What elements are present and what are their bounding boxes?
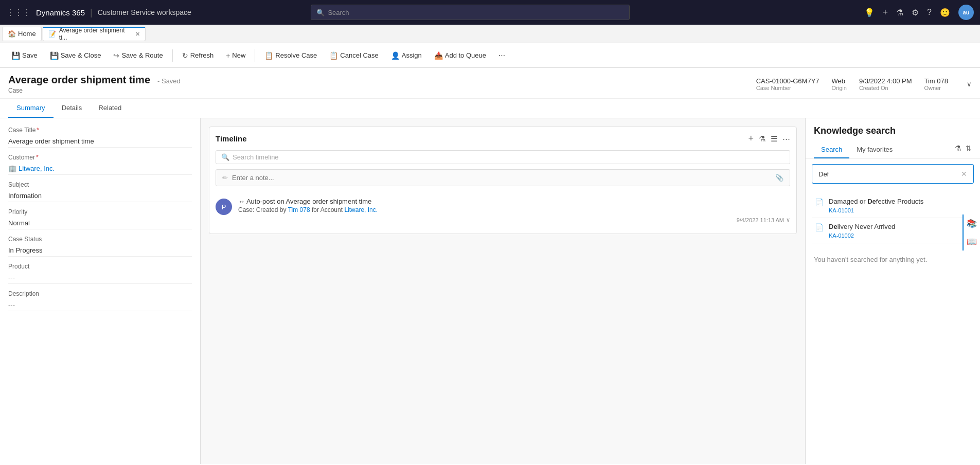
- global-search-bar[interactable]: 🔍: [311, 5, 630, 20]
- case-status-value[interactable]: In Progress: [8, 244, 192, 257]
- timeline-entry-title: ↔ Auto-post on Average order shipment ti…: [238, 198, 790, 205]
- knowledge-item-2-content: Delivery Never Arrived KA-01002: [829, 222, 971, 239]
- origin-meta: Web Origin: [832, 77, 847, 91]
- case-number-value: CAS-01000-G6M7Y7: [756, 77, 819, 85]
- customer-value[interactable]: 🏢 Litware, Inc.: [8, 163, 192, 175]
- knowledge-item-1[interactable]: 📄 Damaged or Defective Products KA-01001: [812, 193, 974, 218]
- knowledge-search-input-area[interactable]: ✕: [812, 164, 974, 184]
- owner-label: Owner: [924, 85, 948, 91]
- case-header: Average order shipment time - Saved Case…: [0, 68, 980, 99]
- tab-details[interactable]: Details: [54, 99, 91, 118]
- note-input-area[interactable]: ✏ 📎: [216, 169, 790, 186]
- save-route-button[interactable]: ↪ Save & Route: [108, 47, 168, 64]
- auto-post-label: Auto-post on Average order shipment time: [246, 198, 371, 205]
- paperclip-icon[interactable]: 📎: [775, 174, 783, 182]
- top-navigation: ⋮⋮⋮ Dynamics 365 | Customer Service work…: [0, 0, 980, 25]
- tab-my-favorites[interactable]: My favorites: [849, 141, 900, 158]
- filter-icon[interactable]: ⚗: [896, 8, 903, 17]
- timeline-search[interactable]: 🔍: [216, 150, 790, 164]
- home-tab[interactable]: 🏠 Home: [2, 27, 42, 41]
- subject-value[interactable]: Information: [8, 190, 192, 202]
- tab-label: Average order shipment ti...: [59, 27, 132, 41]
- expand-icon[interactable]: ∨: [967, 80, 972, 88]
- customer-label: Customer: [8, 154, 192, 161]
- new-button[interactable]: + New: [221, 47, 251, 64]
- help-icon[interactable]: ?: [927, 8, 932, 17]
- side-knowledge-icon[interactable]: 📚: [967, 219, 977, 228]
- priority-field: Priority Normal: [8, 208, 192, 229]
- case-title-value[interactable]: Average order shipment time: [8, 135, 192, 148]
- origin-label: Origin: [832, 85, 847, 91]
- active-case-tab[interactable]: 📝 Average order shipment ti... ✕: [43, 27, 146, 41]
- auto-post-prefix: ↔: [238, 198, 246, 205]
- product-value[interactable]: ---: [8, 272, 192, 284]
- doc-icon-1: 📄: [815, 198, 824, 213]
- lightbulb-icon[interactable]: 💡: [864, 8, 875, 17]
- knowledge-item-2[interactable]: 📄 Delivery Never Arrived KA-01002: [812, 218, 974, 243]
- save-button[interactable]: 💾 Save: [6, 47, 43, 64]
- account-link[interactable]: Litware, Inc.: [344, 206, 378, 213]
- main-content: Case Title Average order shipment time C…: [0, 118, 980, 464]
- timeline-columns-icon[interactable]: ☰: [771, 134, 777, 144]
- origin-value: Web: [832, 77, 847, 85]
- cancel-case-button[interactable]: 📋 Cancel Case: [324, 47, 383, 64]
- description-value[interactable]: ---: [8, 299, 192, 311]
- knowledge-search-header: Knowledge search Search My favorites ⚗ ⇅: [806, 118, 980, 159]
- product-label: Product: [8, 263, 192, 270]
- tab-summary[interactable]: Summary: [8, 99, 54, 118]
- smiley-icon[interactable]: 🙂: [940, 8, 950, 17]
- tab-close-icon[interactable]: ✕: [135, 31, 140, 38]
- timeline-entry-time: 9/4/2022 11:13 AM ∨: [238, 217, 790, 223]
- queue-label: Add to Queue: [445, 51, 486, 59]
- assign-label: Assign: [402, 51, 422, 59]
- global-search-input[interactable]: [328, 9, 624, 16]
- plus-icon[interactable]: +: [883, 7, 888, 18]
- home-label: Home: [18, 30, 36, 38]
- app-grid-icon[interactable]: ⋮⋮⋮: [6, 8, 31, 17]
- timeline-more-icon[interactable]: ⋯: [782, 134, 790, 144]
- center-panel: Timeline + ⚗ ☰ ⋯ 🔍 ✏ 📎 P: [201, 118, 805, 464]
- timeline-add-icon[interactable]: +: [748, 133, 754, 144]
- timeline-entry-content: ↔ Auto-post on Average order shipment ti…: [238, 198, 790, 223]
- settings-icon[interactable]: ⚙: [912, 8, 919, 17]
- timeline-filter-icon[interactable]: ⚗: [759, 134, 765, 144]
- saved-status: - Saved: [157, 77, 181, 85]
- resolve-case-button[interactable]: 📋 Resolve Case: [259, 47, 322, 64]
- case-title: Average order shipment time: [8, 74, 150, 86]
- pencil-icon: ✏: [222, 174, 228, 182]
- refresh-button[interactable]: ↻ Refresh: [177, 47, 219, 64]
- right-panel: Knowledge search Search My favorites ⚗ ⇅…: [805, 118, 980, 464]
- left-panel: Case Title Average order shipment time C…: [0, 118, 201, 464]
- brand-name[interactable]: Dynamics 365: [36, 8, 85, 17]
- knowledge-search-input[interactable]: [818, 170, 958, 178]
- save-close-button[interactable]: 💾 Save & Close: [45, 47, 106, 64]
- add-to-queue-button[interactable]: 📥 Add to Queue: [429, 47, 491, 64]
- timeline-entry: P ↔ Auto-post on Average order shipment …: [216, 193, 790, 227]
- tab-related[interactable]: Related: [90, 99, 130, 118]
- case-meta: CAS-01000-G6M7Y7 Case Number Web Origin …: [756, 77, 972, 91]
- knowledge-sort-icon[interactable]: ⇅: [966, 144, 972, 152]
- timeline-search-input[interactable]: [233, 153, 785, 161]
- more-options-button[interactable]: ⋯: [493, 47, 510, 64]
- avatar[interactable]: au: [958, 5, 974, 20]
- cancel-icon: 📋: [329, 51, 338, 60]
- assign-button[interactable]: 👤 Assign: [386, 47, 427, 64]
- timeline-box: Timeline + ⚗ ☰ ⋯ 🔍 ✏ 📎 P: [209, 127, 797, 234]
- created-on-label: Created On: [859, 85, 912, 91]
- note-input[interactable]: [232, 174, 775, 182]
- knowledge-item-1-id: KA-01001: [829, 207, 971, 213]
- knowledge-empty-text: You haven't searched for anything yet.: [806, 247, 980, 272]
- priority-value[interactable]: Normal: [8, 217, 192, 229]
- new-label: New: [232, 51, 245, 59]
- knowledge-filter-icon[interactable]: ⚗: [955, 144, 961, 152]
- tab-search[interactable]: Search: [814, 141, 849, 158]
- author-link[interactable]: Tim 078: [288, 206, 310, 213]
- knowledge-search-clear-icon[interactable]: ✕: [961, 170, 967, 178]
- customer-link-text[interactable]: Litware, Inc.: [19, 165, 55, 172]
- save-route-label: Save & Route: [121, 51, 163, 59]
- side-book-icon[interactable]: 📖: [967, 237, 977, 246]
- tab-doc-icon: 📝: [48, 30, 56, 38]
- expand-entry-icon[interactable]: ∨: [786, 217, 790, 223]
- case-title-field: Case Title Average order shipment time: [8, 127, 192, 148]
- description-field: Description ---: [8, 290, 192, 311]
